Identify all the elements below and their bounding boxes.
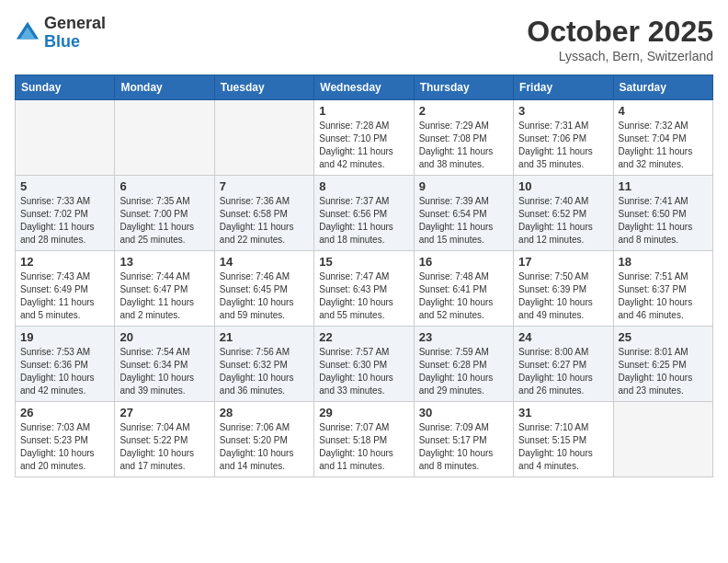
day-info: Sunrise: 7:40 AM Sunset: 6:52 PM Dayligh… (518, 195, 608, 247)
day-info: Sunrise: 7:29 AM Sunset: 7:08 PM Dayligh… (419, 120, 508, 171)
calendar-cell: 26Sunrise: 7:03 AM Sunset: 5:23 PM Dayli… (16, 402, 115, 477)
calendar-cell: 3Sunrise: 7:31 AM Sunset: 7:06 PM Daylig… (514, 100, 613, 176)
calendar-header-row: SundayMondayTuesdayWednesdayThursdayFrid… (16, 75, 713, 100)
calendar-cell: 7Sunrise: 7:36 AM Sunset: 6:58 PM Daylig… (214, 176, 313, 251)
col-header-sunday: Sunday (16, 75, 115, 100)
day-number: 15 (319, 255, 408, 269)
day-number: 13 (119, 255, 209, 269)
day-number: 21 (220, 330, 309, 344)
day-info: Sunrise: 7:28 AM Sunset: 7:10 PM Dayligh… (319, 120, 408, 171)
day-number: 11 (619, 179, 708, 193)
calendar-cell: 22Sunrise: 7:57 AM Sunset: 6:30 PM Dayli… (314, 327, 414, 402)
calendar-cell: 9Sunrise: 7:39 AM Sunset: 6:54 PM Daylig… (414, 176, 513, 251)
calendar-cell: 31Sunrise: 7:10 AM Sunset: 5:15 PM Dayli… (514, 402, 613, 477)
day-number: 25 (619, 330, 708, 344)
day-number: 2 (419, 104, 508, 118)
day-number: 8 (319, 179, 408, 193)
day-number: 19 (20, 330, 109, 344)
calendar-cell: 1Sunrise: 7:28 AM Sunset: 7:10 PM Daylig… (314, 100, 414, 176)
calendar-cell: 4Sunrise: 7:32 AM Sunset: 7:04 PM Daylig… (613, 100, 712, 176)
calendar-cell: 2Sunrise: 7:29 AM Sunset: 7:08 PM Daylig… (414, 100, 513, 176)
day-info: Sunrise: 7:07 AM Sunset: 5:18 PM Dayligh… (319, 421, 408, 473)
calendar-cell: 5Sunrise: 7:33 AM Sunset: 7:02 PM Daylig… (16, 176, 115, 251)
day-number: 30 (419, 406, 508, 419)
calendar-cell: 29Sunrise: 7:07 AM Sunset: 5:18 PM Dayli… (314, 402, 414, 477)
logo-icon (15, 20, 40, 46)
day-number: 7 (220, 179, 309, 193)
calendar-cell: 19Sunrise: 7:53 AM Sunset: 6:36 PM Dayli… (16, 327, 115, 402)
calendar-cell: 12Sunrise: 7:43 AM Sunset: 6:49 PM Dayli… (16, 251, 115, 327)
day-number: 27 (119, 406, 209, 419)
day-number: 12 (20, 255, 109, 269)
calendar-cell: 25Sunrise: 8:01 AM Sunset: 6:25 PM Dayli… (613, 327, 712, 402)
col-header-tuesday: Tuesday (214, 75, 313, 100)
day-number: 31 (518, 406, 608, 419)
calendar-cell: 6Sunrise: 7:35 AM Sunset: 7:00 PM Daylig… (115, 176, 214, 251)
day-info: Sunrise: 7:37 AM Sunset: 6:56 PM Dayligh… (319, 195, 408, 247)
day-info: Sunrise: 7:04 AM Sunset: 5:22 PM Dayligh… (119, 421, 209, 473)
calendar-cell: 24Sunrise: 8:00 AM Sunset: 6:27 PM Dayli… (514, 327, 613, 402)
calendar-cell (613, 402, 712, 477)
day-number: 16 (419, 255, 508, 269)
day-info: Sunrise: 7:53 AM Sunset: 6:36 PM Dayligh… (20, 346, 109, 397)
day-info: Sunrise: 7:41 AM Sunset: 6:50 PM Dayligh… (619, 195, 708, 247)
calendar-table: SundayMondayTuesdayWednesdayThursdayFrid… (15, 75, 713, 477)
calendar-cell: 10Sunrise: 7:40 AM Sunset: 6:52 PM Dayli… (514, 176, 613, 251)
calendar-cell: 23Sunrise: 7:59 AM Sunset: 6:28 PM Dayli… (414, 327, 513, 402)
calendar-cell (16, 100, 115, 176)
logo-text: General Blue (44, 15, 106, 52)
calendar-cell: 14Sunrise: 7:46 AM Sunset: 6:45 PM Dayli… (214, 251, 313, 327)
calendar-cell: 16Sunrise: 7:48 AM Sunset: 6:41 PM Dayli… (414, 251, 513, 327)
calendar-cell: 17Sunrise: 7:50 AM Sunset: 6:39 PM Dayli… (514, 251, 613, 327)
day-info: Sunrise: 8:01 AM Sunset: 6:25 PM Dayligh… (619, 346, 708, 397)
calendar-week-row: 5Sunrise: 7:33 AM Sunset: 7:02 PM Daylig… (16, 176, 713, 251)
calendar-cell: 21Sunrise: 7:56 AM Sunset: 6:32 PM Dayli… (214, 327, 313, 402)
day-info: Sunrise: 7:35 AM Sunset: 7:00 PM Dayligh… (119, 195, 209, 247)
day-number: 22 (319, 330, 408, 344)
day-info: Sunrise: 7:09 AM Sunset: 5:17 PM Dayligh… (419, 421, 508, 473)
calendar-cell: 27Sunrise: 7:04 AM Sunset: 5:22 PM Dayli… (115, 402, 214, 477)
day-info: Sunrise: 7:31 AM Sunset: 7:06 PM Dayligh… (518, 120, 608, 171)
day-number: 18 (619, 255, 708, 269)
calendar-week-row: 1Sunrise: 7:28 AM Sunset: 7:10 PM Daylig… (16, 100, 713, 176)
day-info: Sunrise: 7:44 AM Sunset: 6:47 PM Dayligh… (119, 270, 209, 322)
day-info: Sunrise: 7:33 AM Sunset: 7:02 PM Dayligh… (20, 195, 109, 247)
day-number: 5 (20, 179, 109, 193)
day-info: Sunrise: 7:06 AM Sunset: 5:20 PM Dayligh… (220, 421, 309, 473)
day-info: Sunrise: 7:50 AM Sunset: 6:39 PM Dayligh… (518, 270, 608, 322)
day-info: Sunrise: 7:47 AM Sunset: 6:43 PM Dayligh… (319, 270, 408, 322)
day-info: Sunrise: 7:36 AM Sunset: 6:58 PM Dayligh… (220, 195, 309, 247)
day-number: 1 (319, 104, 408, 118)
day-number: 10 (518, 179, 608, 193)
day-number: 3 (518, 104, 608, 118)
col-header-thursday: Thursday (414, 75, 513, 100)
calendar-cell: 20Sunrise: 7:54 AM Sunset: 6:34 PM Dayli… (115, 327, 214, 402)
calendar-week-row: 19Sunrise: 7:53 AM Sunset: 6:36 PM Dayli… (16, 327, 713, 402)
day-number: 29 (319, 406, 408, 419)
col-header-saturday: Saturday (613, 75, 712, 100)
day-number: 28 (220, 406, 309, 419)
day-info: Sunrise: 7:48 AM Sunset: 6:41 PM Dayligh… (419, 270, 508, 322)
page-header: General Blue October 2025 Lyssach, Bern,… (15, 15, 713, 63)
title-block: October 2025 Lyssach, Bern, Switzerland (527, 15, 713, 63)
col-header-friday: Friday (514, 75, 613, 100)
calendar-cell (115, 100, 214, 176)
calendar-week-row: 12Sunrise: 7:43 AM Sunset: 6:49 PM Dayli… (16, 251, 713, 327)
calendar-week-row: 26Sunrise: 7:03 AM Sunset: 5:23 PM Dayli… (16, 402, 713, 477)
day-number: 6 (119, 179, 209, 193)
day-info: Sunrise: 8:00 AM Sunset: 6:27 PM Dayligh… (518, 346, 608, 397)
day-info: Sunrise: 7:51 AM Sunset: 6:37 PM Dayligh… (619, 270, 708, 322)
day-info: Sunrise: 7:32 AM Sunset: 7:04 PM Dayligh… (619, 120, 708, 171)
day-number: 9 (419, 179, 508, 193)
calendar-cell (214, 100, 313, 176)
calendar-cell: 30Sunrise: 7:09 AM Sunset: 5:17 PM Dayli… (414, 402, 513, 477)
day-info: Sunrise: 7:54 AM Sunset: 6:34 PM Dayligh… (119, 346, 209, 397)
calendar-cell: 8Sunrise: 7:37 AM Sunset: 6:56 PM Daylig… (314, 176, 414, 251)
day-number: 24 (518, 330, 608, 344)
day-number: 23 (419, 330, 508, 344)
logo: General Blue (15, 15, 106, 52)
day-number: 4 (619, 104, 708, 118)
day-number: 26 (20, 406, 109, 419)
day-info: Sunrise: 7:39 AM Sunset: 6:54 PM Dayligh… (419, 195, 508, 247)
month-title: October 2025 (527, 15, 713, 49)
